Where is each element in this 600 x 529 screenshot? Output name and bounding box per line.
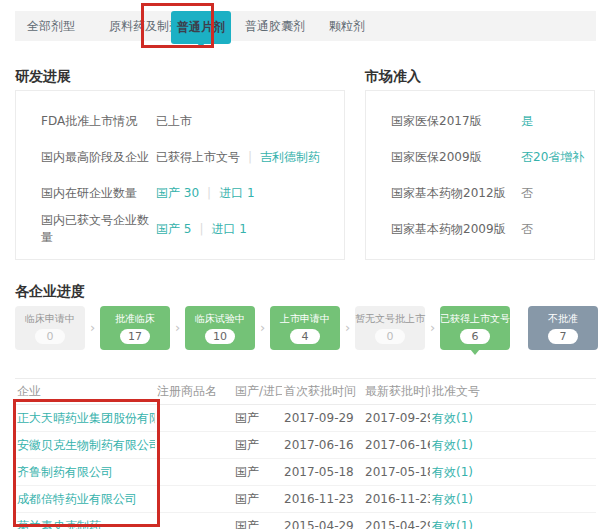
companies-in-development-label: 国内在研企业数量 [16,185,156,202]
table-header-row: 企业 注册商品名 国产/进口 首次获批时间 最新获批时间 批准文号 [15,379,596,405]
tab-plain-capsule[interactable]: 普通胶囊剂 [245,11,305,41]
stage-in-clinical-trial[interactable]: 临床试验中 10 [185,306,255,350]
fda-status-row: FDA批准上市情况 已上市 [16,103,344,139]
col-header-origin: 国产/进口 [233,379,282,405]
divider: | [207,186,211,200]
imported-licensed-count-link[interactable]: 进口 1 [212,221,247,238]
latest-approval-cell: 2017-05-18 [363,459,430,486]
company-link[interactable]: 葛兰素史克制药 [17,519,101,529]
drug-detail-page: 全部剂型 原料药及制剂中间体 普通片剂 普通胶囊剂 颗粒剂 研发进展 FDA批准… [0,0,600,529]
brand-cell [155,432,233,459]
latest-approval-cell: 2017-09-29 [363,405,430,432]
tab-granule[interactable]: 颗粒剂 [329,11,365,41]
stage-count-badge: 0 [375,329,405,344]
rnd-progress-card: FDA批准上市情况 已上市 国内最高阶段及企业 已获得上市文号 | 吉利德制药 … [15,90,345,260]
medicare-2017-label: 国家医保2017版 [366,113,521,130]
stage-count-badge: 4 [290,329,320,344]
domestic-highest-stage-label: 国内最高阶段及企业 [16,149,156,166]
companies-in-development-row: 国内在研企业数量 国产 30 | 进口 1 [16,175,344,211]
company-link[interactable]: 安徽贝克生物制药有限公司 [17,438,155,452]
stage-label: 不批准 [528,312,598,325]
col-header-first-approval: 首次获批时间 [282,379,363,405]
brand-cell [155,405,233,432]
latest-approval-cell: 2015-04-29 [363,513,430,529]
divider: | [248,150,252,164]
companies-licensed-row: 国内已获文号企业数量 国产 5 | 进口 1 [16,211,344,247]
license-link[interactable]: 有效(1) [432,438,473,452]
stage-approved-no-license[interactable]: 暂无文号批上市 0 [355,306,425,350]
tab-plain-tablet-active[interactable]: 普通片剂 [171,11,231,44]
domestic-highest-stage-row: 国内最高阶段及企业 已获得上市文号 | 吉利德制药 [16,139,344,175]
stage-count-badge: 7 [548,329,578,344]
divider: | [199,222,203,236]
table-row: 齐鲁制药有限公司 国产 2017-05-18 2017-05-18 有效(1) [15,459,596,486]
fda-status-value: 已上市 [156,113,192,130]
dosage-form-tab-bar: 全部剂型 原料药及制剂中间体 普通片剂 普通胶囊剂 颗粒剂 [15,11,596,41]
company-link[interactable]: 齐鲁制药有限公司 [17,465,113,479]
domestic-licensed-count-link[interactable]: 国产 5 [156,221,191,238]
rnd-progress-title: 研发进展 [15,68,71,86]
essential-drugs-2012-label: 国家基本药物2012版 [366,185,521,202]
stage-clinical-application[interactable]: 临床申请中 0 [15,306,85,350]
stage-label: 上市申请中 [270,312,340,325]
highest-stage-company-link[interactable]: 吉利德制药 [260,149,320,166]
origin-cell: 国产 [233,486,282,513]
table-row: 安徽贝克生物制药有限公司 国产 2017-06-16 2017-06-16 有效… [15,432,596,459]
brand-cell [155,486,233,513]
license-link[interactable]: 有效(1) [432,465,473,479]
stage-marketing-application[interactable]: 上市申请中 4 [270,306,340,350]
tab-api-and-intermediates[interactable]: 原料药及制剂中间体 [109,11,171,41]
company-progress-title: 各企业进度 [15,283,85,301]
stage-count-badge: 6 [460,329,490,344]
essential-drugs-2012-row: 国家基本药物2012版 否 [366,175,594,211]
stage-not-approved[interactable]: 不批准 7 [528,306,598,350]
license-link[interactable]: 有效(1) [432,411,473,425]
origin-cell: 国产 [233,432,282,459]
first-approval-cell: 2015-04-29 [282,513,363,529]
essential-drugs-2009-row: 国家基本药物2009版 否 [366,211,594,247]
origin-cell: 国产 [233,459,282,486]
table-row: 成都倍特药业有限公司 国产 2016-11-23 2016-11-23 有效(1… [15,486,596,513]
progress-pipeline: 临床申请中 0 › 批准临床 17 › 临床试验中 10 › 上市申请中 4 ›… [15,306,598,350]
market-access-title: 市场准入 [365,68,421,86]
fda-status-label: FDA批准上市情况 [16,113,156,130]
company-link[interactable]: 正大天晴药业集团股份有限公司 [17,411,155,425]
essential-drugs-2009-label: 国家基本药物2009版 [366,221,521,238]
stage-label: 临床申请中 [15,312,85,325]
stage-clinical-approved[interactable]: 批准临床 17 [100,306,170,350]
domestic-highest-stage-value: 已获得上市文号 [156,149,240,166]
chevron-right-icon: › [85,306,100,350]
medicare-2009-value: 否20省增补 [521,149,584,166]
license-link[interactable]: 有效(1) [432,492,473,506]
first-approval-cell: 2017-06-16 [282,432,363,459]
col-header-brand-name: 注册商品名 [155,379,233,405]
chevron-right-icon: › [255,306,270,350]
stage-label: 暂无文号批上市 [355,312,425,325]
tab-all-dosage-forms[interactable]: 全部剂型 [27,11,75,41]
stage-license-obtained-selected[interactable]: 已获得上市文号 6 [440,306,510,350]
market-access-card: 国家医保2017版 是 国家医保2009版 否20省增补 国家基本药物2012版… [365,90,595,260]
license-link[interactable]: 有效(1) [432,519,473,529]
medicare-2017-value: 是 [521,113,533,130]
brand-cell [155,513,233,529]
origin-cell: 国产 [233,405,282,432]
latest-approval-cell: 2017-06-16 [363,432,430,459]
first-approval-cell: 2017-09-29 [282,405,363,432]
chevron-right-icon: › [425,306,440,350]
company-link[interactable]: 成都倍特药业有限公司 [17,492,137,506]
col-header-license-no: 批准文号 [430,379,596,405]
companies-licensed-label: 国内已获文号企业数量 [16,212,156,246]
chevron-right-icon: › [340,306,355,350]
medicare-2017-row: 国家医保2017版 是 [366,103,594,139]
table-row: 葛兰素史克制药 国产 2015-04-29 2015-04-29 有效(1) [15,513,596,529]
stage-label: 批准临床 [100,312,170,325]
medicare-2009-row: 国家医保2009版 否20省增补 [366,139,594,175]
table-row: 正大天晴药业集团股份有限公司 国产 2017-09-29 2017-09-29 … [15,405,596,432]
latest-approval-cell: 2016-11-23 [363,486,430,513]
imported-in-dev-count-link[interactable]: 进口 1 [219,185,254,202]
domestic-in-dev-count-link[interactable]: 国产 30 [156,185,199,202]
stage-label: 临床试验中 [185,312,255,325]
stage-count-badge: 10 [205,329,235,344]
first-approval-cell: 2017-05-18 [282,459,363,486]
stage-count-badge: 17 [120,329,150,344]
